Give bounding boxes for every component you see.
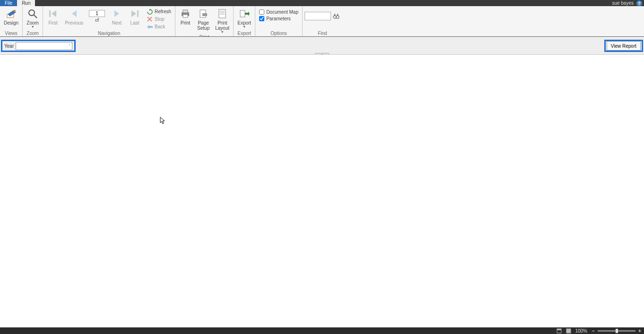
binoculars-icon[interactable] xyxy=(332,12,340,20)
export-button[interactable]: Export ▼ xyxy=(235,7,253,29)
document-map-input[interactable] xyxy=(259,9,264,15)
group-find: Find xyxy=(303,6,342,36)
group-navigation: First Previous of Next Last Refr xyxy=(43,6,175,36)
view-report-highlight: View Report xyxy=(604,40,643,52)
tab-run[interactable]: Run xyxy=(17,0,35,6)
stop-button[interactable]: Stop xyxy=(145,16,173,23)
svg-rect-18 xyxy=(202,13,207,16)
status-icon-2[interactable] xyxy=(566,328,571,334)
previous-icon xyxy=(69,8,80,19)
chevron-down-icon: ˅ xyxy=(69,44,70,48)
design-icon xyxy=(6,8,17,19)
print-layout-icon xyxy=(217,8,228,19)
view-report-button[interactable]: View Report xyxy=(607,41,641,51)
svg-marker-13 xyxy=(147,25,153,29)
svg-rect-28 xyxy=(337,14,338,16)
parameters-checkbox[interactable]: Parameters xyxy=(257,16,300,22)
find-input[interactable] xyxy=(305,12,331,20)
zoom-percent: 100% xyxy=(575,328,587,334)
svg-marker-7 xyxy=(114,10,119,17)
svg-rect-30 xyxy=(557,329,561,330)
nav-last-button[interactable]: Last xyxy=(127,7,143,26)
document-map-checkbox[interactable]: Document Map xyxy=(257,9,300,15)
export-icon xyxy=(239,8,250,19)
svg-rect-27 xyxy=(334,14,335,16)
chevron-down-icon: ▼ xyxy=(31,26,35,28)
year-label: Year xyxy=(4,43,14,49)
report-canvas xyxy=(0,55,644,327)
page-current-input[interactable] xyxy=(89,10,105,17)
first-icon xyxy=(47,8,59,19)
svg-marker-8 xyxy=(131,10,136,17)
chevron-down-icon: ▼ xyxy=(221,31,224,34)
group-zoom: Zoom ▼ Zoom xyxy=(23,6,43,36)
svg-rect-16 xyxy=(183,15,188,17)
group-options: Document Map Parameters Options xyxy=(255,6,303,36)
group-export: Export ▼ Export xyxy=(234,6,255,36)
page-setup-button[interactable]: PageSetup xyxy=(195,7,211,32)
find-box xyxy=(305,12,340,20)
zoom-icon xyxy=(27,8,38,19)
stop-icon xyxy=(147,16,153,22)
last-icon xyxy=(129,8,140,19)
print-layout-button[interactable]: PrintLayout ▼ xyxy=(213,7,231,34)
cursor-icon xyxy=(160,117,165,124)
zoom-out-button[interactable]: − xyxy=(591,328,596,334)
refresh-icon xyxy=(147,9,153,15)
nav-smallstack: Refresh Stop Back xyxy=(145,7,173,30)
nav-prev-button[interactable]: Previous xyxy=(63,7,85,26)
next-icon xyxy=(111,8,122,19)
parameters-input[interactable] xyxy=(259,16,264,21)
svg-marker-5 xyxy=(52,10,56,17)
svg-rect-31 xyxy=(566,329,571,333)
zoom-button[interactable]: Zoom ▼ xyxy=(25,7,41,29)
svg-rect-9 xyxy=(137,10,139,17)
design-button[interactable]: Design xyxy=(2,7,20,26)
year-dropdown[interactable]: ˅ xyxy=(16,42,72,50)
refresh-button[interactable]: Refresh xyxy=(145,8,173,15)
page-setup-icon xyxy=(198,8,209,19)
svg-point-2 xyxy=(29,10,35,16)
back-button[interactable]: Back xyxy=(145,23,173,30)
user-name: sue bayes xyxy=(612,0,634,6)
tab-file[interactable]: File xyxy=(0,0,17,6)
svg-marker-6 xyxy=(72,10,77,17)
group-print: Print PageSetup PrintLayout ▼ Print xyxy=(175,6,234,36)
svg-marker-24 xyxy=(245,11,250,16)
year-parameter-highlight: Year ˅ xyxy=(1,40,76,52)
zoom-slider[interactable] xyxy=(598,330,635,332)
svg-rect-19 xyxy=(219,9,226,18)
title-bar: sue bayes ? xyxy=(0,0,644,6)
group-views: Design Views xyxy=(0,6,23,36)
zoom-in-button[interactable]: + xyxy=(637,328,642,334)
print-button[interactable]: Print xyxy=(177,7,193,26)
page-number-control: of xyxy=(87,10,107,23)
status-icon-1[interactable] xyxy=(556,328,562,334)
status-bar: 100% − + xyxy=(0,327,644,334)
svg-rect-23 xyxy=(240,10,245,17)
svg-rect-15 xyxy=(183,10,188,13)
nav-next-button[interactable]: Next xyxy=(109,7,125,26)
nav-first-button[interactable]: First xyxy=(45,7,61,26)
svg-line-3 xyxy=(34,15,37,18)
print-icon xyxy=(180,8,191,19)
svg-rect-4 xyxy=(49,10,51,17)
help-icon[interactable]: ? xyxy=(636,0,642,6)
ribbon: Design Views Zoom ▼ Zoom First xyxy=(0,6,644,37)
parameter-bar: Year ˅ View Report xyxy=(0,37,644,55)
back-icon xyxy=(147,24,153,30)
zoom-slider-thumb[interactable] xyxy=(616,329,618,333)
zoom-control: − + xyxy=(591,328,642,334)
chevron-down-icon: ▼ xyxy=(243,26,246,28)
